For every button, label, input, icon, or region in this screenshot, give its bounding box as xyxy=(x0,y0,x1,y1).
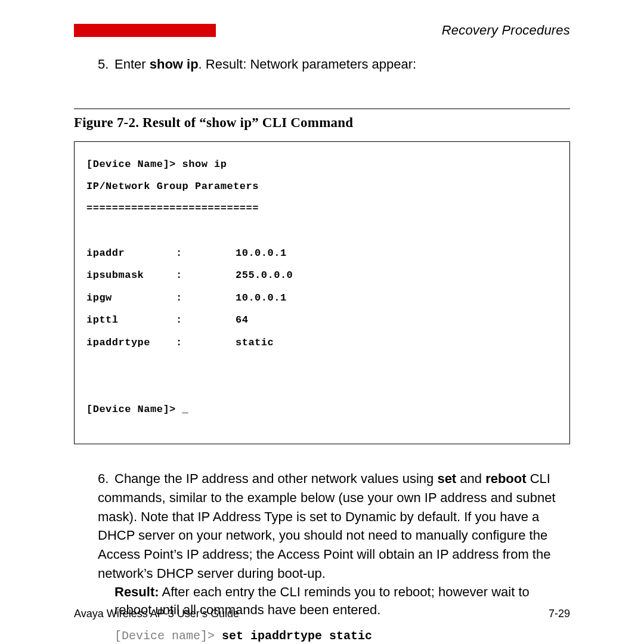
footer-right: 7-29 xyxy=(549,608,570,620)
page-footer: Avaya Wireless AP-3 User’s Guide 7-29 xyxy=(74,608,570,620)
brand-bar xyxy=(74,24,216,37)
cli-line: [Device Name]> show ip xyxy=(86,159,560,171)
cli-row: ipaddrtype:static xyxy=(86,338,560,349)
cli-line: IP/Network Group Parameters xyxy=(86,181,560,193)
step5-text-after: . Result: Network parameters appear: xyxy=(199,57,417,72)
divider xyxy=(74,109,570,109)
page-header: Recovery Procedures xyxy=(74,23,570,38)
cli-row: ipaddr:10.0.0.1 xyxy=(86,248,560,259)
section-title: Recovery Procedures xyxy=(442,23,570,38)
step-6: 6.Change the IP address and other networ… xyxy=(98,469,570,583)
cli-prompt: [Device Name]> _ xyxy=(86,404,560,416)
cli-row: ipsubmask:255.0.0.0 xyxy=(86,270,560,281)
cli-output-box: [Device Name]> show ip IP/Network Group … xyxy=(74,141,570,444)
cli-row: ipgw:10.0.0.1 xyxy=(86,293,560,304)
cli-sep: =========================== xyxy=(86,203,560,215)
step5-cmd: show ip xyxy=(150,57,199,72)
figure-caption: Figure 7-2. Result of “show ip” CLI Comm… xyxy=(74,115,570,131)
step-5: 5.Enter show ip. Result: Network paramet… xyxy=(98,55,570,74)
step-number: 5. xyxy=(98,55,114,74)
step-number: 6. xyxy=(98,469,114,488)
cmd-line: [Device name]> set ipaddrtype static xyxy=(114,629,570,643)
cli-row: ipttl:64 xyxy=(86,315,560,326)
result-label: Result: xyxy=(114,584,159,599)
footer-left: Avaya Wireless AP-3 User’s Guide xyxy=(74,608,239,620)
step5-text-before: Enter xyxy=(114,57,150,72)
